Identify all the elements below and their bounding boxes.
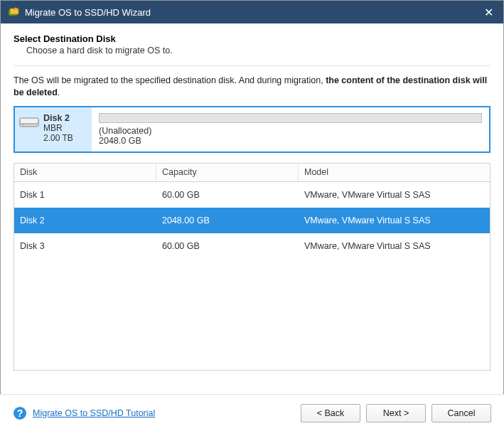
- preview-allocation-bar: [99, 113, 482, 123]
- content-area: Select Destination Disk Choose a hard di…: [1, 23, 503, 371]
- cell-capacity: 2048.00 GB: [156, 216, 299, 225]
- page-heading: Select Destination Disk: [14, 33, 490, 44]
- preview-unallocated-label: (Unallocated): [99, 126, 482, 136]
- cell-disk: Disk 1: [14, 190, 156, 200]
- warning-text: The OS will be migrated to the specified…: [14, 75, 490, 99]
- col-disk[interactable]: Disk: [14, 164, 156, 181]
- preview-disk-name: Disk 2: [43, 113, 73, 123]
- warning-prefix: The OS will be migrated to the specified…: [14, 75, 326, 85]
- preview-unallocated-size: 2048.0 GB: [99, 136, 482, 146]
- titlebar: Migrate OS to SSD/HD Wizard ✕: [1, 1, 503, 23]
- preview-disk-type: MBR: [43, 123, 73, 133]
- col-model[interactable]: Model: [299, 164, 490, 181]
- cell-model: VMware, VMware Virtual S SAS: [299, 216, 490, 225]
- preview-disk-size: 2.00 TB: [43, 133, 73, 143]
- wizard-app-icon: [8, 6, 19, 18]
- cell-disk: Disk 3: [14, 241, 156, 251]
- warning-suffix: .: [58, 87, 60, 97]
- table-header: Disk Capacity Model: [14, 164, 490, 182]
- table-body: Disk 160.00 GBVMware, VMware Virtual S S…: [14, 182, 490, 259]
- table-row[interactable]: Disk 360.00 GBVMware, VMware Virtual S S…: [14, 233, 490, 259]
- disk-table: Disk Capacity Model Disk 160.00 GBVMware…: [14, 163, 490, 371]
- help-icon[interactable]: ?: [13, 406, 27, 420]
- cell-capacity: 60.00 GB: [156, 241, 299, 251]
- back-button[interactable]: < Back: [301, 404, 360, 422]
- page-subheading: Choose a hard disk to migrate OS to.: [26, 46, 490, 55]
- svg-text:?: ?: [17, 408, 23, 419]
- cell-model: VMware, VMware Virtual S SAS: [299, 241, 490, 251]
- tutorial-link[interactable]: Migrate OS to SSD/HD Tutorial: [33, 408, 155, 418]
- svg-rect-3: [20, 118, 38, 124]
- svg-point-4: [23, 124, 24, 125]
- col-capacity[interactable]: Capacity: [156, 164, 299, 181]
- selected-disk-preview: Disk 2 MBR 2.00 TB (Unallocated) 2048.0 …: [14, 106, 490, 153]
- next-button[interactable]: Next >: [366, 404, 426, 422]
- preview-left: Disk 2 MBR 2.00 TB: [15, 107, 92, 151]
- table-row[interactable]: Disk 160.00 GBVMware, VMware Virtual S S…: [14, 182, 490, 208]
- cancel-button[interactable]: Cancel: [431, 404, 491, 422]
- disk-icon: [19, 116, 39, 129]
- table-row[interactable]: Disk 22048.00 GBVMware, VMware Virtual S…: [14, 208, 490, 233]
- cell-model: VMware, VMware Virtual S SAS: [299, 190, 490, 200]
- preview-right: (Unallocated) 2048.0 GB: [92, 107, 489, 151]
- cell-capacity: 60.00 GB: [156, 190, 299, 200]
- window-title: Migrate OS to SSD/HD Wizard: [25, 7, 481, 18]
- cell-disk: Disk 2: [14, 216, 156, 225]
- close-icon[interactable]: ✕: [481, 6, 496, 19]
- footer: ? Migrate OS to SSD/HD Tutorial < Back N…: [0, 394, 504, 431]
- svg-rect-1: [10, 9, 18, 14]
- divider: [14, 65, 490, 66]
